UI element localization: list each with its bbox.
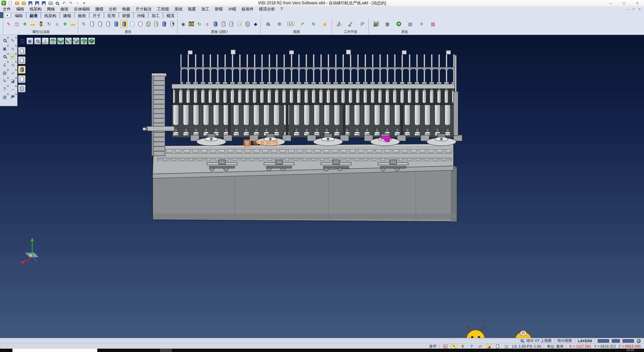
- striped-cylinder-icon[interactable]: [220, 20, 227, 28]
- context-help-icon[interactable]: ?: [469, 344, 475, 349]
- window-layout-icon[interactable]: ▱: [9, 69, 16, 76]
- history-icon[interactable]: ◔: [75, 1, 80, 5]
- tab-die[interactable]: 冲模: [133, 12, 148, 18]
- print-icon[interactable]: [48, 1, 53, 5]
- note-cylinder-icon[interactable]: ▤: [236, 20, 243, 28]
- window-split-icon[interactable]: ◫: [503, 344, 509, 349]
- export-cylinder-icon[interactable]: ➔: [161, 20, 168, 28]
- toolbar-grip[interactable]: [78, 19, 79, 33]
- status-abs-view[interactable]: 绝对视图: [557, 338, 572, 343]
- shaded-mode-icon[interactable]: [18, 66, 25, 74]
- print-preview-icon[interactable]: [55, 1, 60, 5]
- tab-application[interactable]: 应用: [104, 12, 119, 18]
- menu-item-help[interactable]: ?: [278, 6, 285, 12]
- color-swatch[interactable]: [623, 339, 634, 343]
- toggle-visibility-icon[interactable]: ±: [53, 20, 61, 28]
- workplane-align-icon[interactable]: [358, 20, 366, 28]
- save-view-icon[interactable]: [9, 93, 16, 100]
- tab-dimension[interactable]: 尺寸: [89, 12, 104, 18]
- workplane-move-icon[interactable]: [347, 20, 354, 28]
- new-file-icon[interactable]: [8, 1, 13, 5]
- matrix-grid-icon[interactable]: ▨: [429, 20, 437, 28]
- menu-item-edit[interactable]: 编辑: [13, 6, 27, 12]
- menu-item-wireframe[interactable]: 线架构: [27, 6, 44, 12]
- recycle-cylinder-icon[interactable]: ↻: [153, 20, 160, 28]
- redo-icon[interactable]: ↷: [68, 1, 73, 5]
- shaded-edges-cylinder-icon[interactable]: [120, 20, 128, 28]
- hatch-cylinder-icon[interactable]: [244, 20, 251, 28]
- menu-item-machining[interactable]: 加工: [199, 6, 212, 12]
- plusminus-image-icon[interactable]: ±: [204, 20, 211, 28]
- traffic-filter-icon[interactable]: [37, 20, 45, 28]
- toolbar-grip[interactable]: [331, 19, 333, 33]
- view-cube-wire-icon[interactable]: [73, 38, 79, 44]
- edit-cylinder-icon[interactable]: ✖: [169, 20, 176, 28]
- menu-item-moldflow[interactable]: 模流分析: [256, 6, 278, 12]
- zoom-extents-icon[interactable]: ▣: [26, 38, 33, 44]
- tab-flow[interactable]: 模流: [163, 12, 178, 18]
- tab-standard[interactable]: 标准: [26, 12, 41, 18]
- hide-elements-icon[interactable]: ▬: [29, 20, 37, 28]
- globe-icon[interactable]: [637, 339, 641, 343]
- menu-item-surface[interactable]: 曲面: [58, 6, 71, 12]
- pan-arrow-icon[interactable]: ↗: [299, 20, 306, 28]
- swap-arrows-icon[interactable]: ⇄: [477, 344, 483, 349]
- mdi-minimize-button[interactable]: –: [625, 7, 630, 11]
- taskbar-app-button[interactable]: [160, 349, 172, 352]
- toolbar-grip[interactable]: [177, 19, 178, 33]
- sketch-icon[interactable]: ✎: [9, 37, 16, 44]
- shaded-cylinder-icon[interactable]: [112, 20, 120, 28]
- hidden-line-mode-icon[interactable]: [18, 56, 25, 64]
- copy-attributes-icon[interactable]: ◫: [13, 20, 20, 28]
- refresh-image-icon[interactable]: ↻: [196, 20, 203, 28]
- grid-tools-icon[interactable]: ▧: [407, 20, 414, 28]
- tab-surface[interactable]: 曲面: [74, 12, 89, 18]
- toolbar-grip[interactable]: [3, 19, 4, 33]
- rotate-view-icon[interactable]: ↻: [310, 20, 317, 28]
- wireframe-mode-icon[interactable]: [18, 47, 25, 55]
- color-swatch[interactable]: [598, 339, 609, 343]
- curve-edit-icon[interactable]: ∿: [9, 45, 16, 52]
- spline-icon[interactable]: ∿: [9, 61, 16, 68]
- zoom-inout-icon[interactable]: [1, 53, 8, 60]
- menu-item-modeling[interactable]: 建模: [93, 6, 106, 12]
- view-filter-icon[interactable]: ◉: [179, 20, 187, 28]
- close-button[interactable]: ×: [631, 0, 644, 6]
- zoom-dynamic-icon[interactable]: [1, 37, 8, 44]
- mdi-restore-button[interactable]: □: [631, 7, 636, 11]
- wireframe-cylinder-icon[interactable]: [104, 20, 112, 28]
- blue-cylinder-icon[interactable]: [212, 20, 219, 28]
- menu-item-mold[interactable]: 塑模: [212, 6, 225, 12]
- zoom-window-icon[interactable]: ▣: [1, 45, 8, 52]
- mascot[interactable]: W W: [460, 326, 534, 338]
- solid-gem-icon[interactable]: ◆: [252, 20, 259, 28]
- tab-mold[interactable]: 塑膜: [119, 12, 133, 18]
- tab-machining[interactable]: 加工: [148, 12, 163, 18]
- zoom-in-out-icon[interactable]: ±: [264, 20, 272, 28]
- view-cube-bottom-icon[interactable]: [57, 38, 64, 44]
- view-cube-iso-icon[interactable]: [88, 38, 95, 44]
- mask-edit-icon[interactable]: ✎: [451, 344, 457, 349]
- color-swatch[interactable]: [612, 339, 620, 343]
- remove-filter-icon[interactable]: ▬: [69, 20, 77, 28]
- units-readout[interactable]: 单位: 毫米: [547, 344, 564, 349]
- attribute-brush-icon[interactable]: ✎: [5, 20, 12, 28]
- menu-item-solid-edit[interactable]: 实体编辑: [71, 6, 93, 12]
- traffic-pair-icon[interactable]: [187, 20, 195, 28]
- workplane-axes-icon[interactable]: [335, 20, 343, 28]
- view-cube-front-icon[interactable]: [65, 38, 72, 44]
- tab-edit[interactable]: 编辑: [11, 12, 26, 18]
- layers-palette-icon[interactable]: ▤: [1, 69, 8, 76]
- help-icon[interactable]: ?: [1, 85, 8, 92]
- view-cube-top-icon[interactable]: [50, 38, 56, 44]
- machine-model[interactable]: [0, 35, 644, 338]
- save-as-icon[interactable]: [35, 1, 40, 5]
- show-elements-icon[interactable]: ✚: [21, 20, 29, 28]
- axes-view-icon[interactable]: [42, 38, 49, 44]
- cplane-axis-icon[interactable]: ∠: [1, 61, 8, 68]
- menu-item-window[interactable]: 视窗: [185, 6, 199, 12]
- select-hand-icon[interactable]: ✳: [418, 20, 425, 28]
- open-file-icon[interactable]: [14, 1, 19, 5]
- wireframe-cylinder-icon[interactable]: [88, 20, 96, 28]
- zoom-window-icon[interactable]: ⊞: [276, 20, 283, 28]
